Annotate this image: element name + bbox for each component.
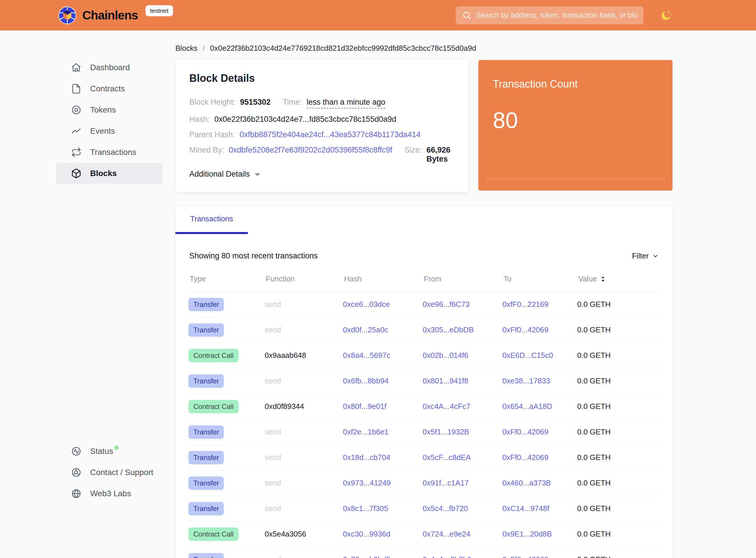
support-icon (71, 467, 81, 478)
from-link[interactable]: 0x724...e9e24 (423, 530, 502, 538)
sidebar-item-web3-labs[interactable]: Web3 Labs (56, 483, 162, 504)
col-header-to: To (503, 274, 578, 283)
function-cell: send (265, 300, 343, 309)
type-badge: Contract Call (188, 349, 239, 362)
hash-link[interactable]: 0xf2e...1b6e1 (343, 428, 423, 436)
sidebar-item-dashboard[interactable]: Dashboard (56, 57, 162, 78)
search-input[interactable] (456, 6, 644, 24)
hash-label: Hash: (189, 115, 210, 124)
from-link[interactable]: 0x5c4...fb720 (423, 504, 502, 513)
tab-transactions[interactable]: Transactions (175, 214, 248, 234)
filter-button[interactable]: Filter (632, 251, 659, 260)
to-link[interactable]: 0xFf0...42069 (502, 453, 577, 462)
from-link[interactable]: 0x5cF...c8dEA (423, 453, 502, 462)
from-link[interactable]: 0x305...eDbDB (423, 325, 502, 334)
function-cell: 0xd0f89344 (265, 402, 343, 411)
to-link[interactable]: 0xC14...9748f (502, 504, 577, 513)
function-cell: send (265, 453, 343, 462)
app-header: Chainlens testnet (0, 0, 756, 30)
breadcrumb: Blocks / 0x0e22f36b2103c4d24e7769218cd82… (175, 44, 673, 53)
table-row: Transfer send 0x8c1...7f305 0x5c4...fb72… (188, 496, 659, 522)
to-link[interactable]: 0x654...aA18D (502, 402, 577, 411)
brand[interactable]: Chainlens testnet (58, 6, 173, 25)
col-header-function: Function (266, 274, 344, 283)
function-cell: send (265, 428, 343, 436)
value-cell: 0.0 GETH (577, 300, 659, 309)
additional-details-toggle[interactable]: Additional Details (189, 170, 261, 179)
to-link[interactable]: 0x460...a373B (502, 479, 577, 487)
hash-link[interactable]: 0xce6...03dce (343, 300, 423, 309)
sidebar-item-contracts[interactable]: Contracts (56, 78, 162, 99)
function-cell: send (265, 479, 343, 487)
to-link[interactable]: 0xFf0...42069 (502, 428, 577, 436)
sidebar-item-transactions[interactable]: Transactions (56, 142, 162, 163)
breadcrumb-separator: / (203, 44, 205, 53)
function-cell: send (265, 555, 343, 558)
status-ok-dot (114, 446, 119, 450)
block-height-value: 9515302 (240, 98, 270, 107)
type-badge: Contract Call (188, 528, 239, 541)
function-cell: 0x9aaab648 (265, 351, 343, 360)
dark-mode-toggle[interactable] (660, 9, 673, 22)
hash-link[interactable]: 0x8c1...7f305 (343, 504, 423, 513)
to-link[interactable]: 0xfF0...22169 (502, 300, 577, 309)
from-link[interactable]: 0x91f...c1A17 (423, 479, 502, 487)
chainlens-logo-icon (58, 6, 77, 25)
value-cell: 0.0 GETH (577, 479, 659, 487)
function-cell: send (265, 325, 343, 334)
tx-table-body: Transfer send 0xce6...03dce 0xe96...f6C7… (188, 292, 659, 558)
time-label: Time: (283, 98, 302, 107)
value-cell: 0.0 GETH (577, 428, 659, 436)
from-link[interactable]: 0x02b...014f6 (423, 351, 502, 360)
chevron-down-icon (652, 253, 659, 259)
brand-name: Chainlens (82, 8, 138, 22)
to-link[interactable]: 0xFf0...42069 (502, 555, 577, 558)
hash-link[interactable]: 0xc30...9936d (343, 530, 423, 538)
sidebar-footer: Status Contact / Support (56, 440, 162, 504)
globe-icon (71, 488, 81, 499)
moon-icon (660, 18, 673, 23)
sidebar-item-contact-support[interactable]: Contact / Support (56, 462, 162, 483)
activity-icon (71, 446, 81, 456)
mined-by-link[interactable]: 0xdbfe5208e2f7e63f9202c2d05396f55f8c8ffc… (229, 146, 392, 155)
breadcrumb-blocks-link[interactable]: Blocks (175, 44, 198, 53)
function-cell: 0x5e4a3056 (265, 530, 343, 538)
table-row: Transfer send 0x18d...cb704 0x5cF...c8dE… (188, 445, 659, 471)
from-link[interactable]: 0xe96...f6C73 (423, 300, 502, 309)
document-icon (71, 83, 81, 94)
hash-link[interactable]: 0x8a4...5697c (343, 351, 423, 360)
hash-link[interactable]: 0x18d...cb704 (343, 453, 423, 462)
sidebar-item-tokens[interactable]: Tokens (56, 99, 162, 120)
from-link[interactable]: 0x5f1...1932B (423, 428, 502, 436)
hash-link[interactable]: 0x72c...b2bd5 (343, 555, 423, 558)
sidebar-item-status[interactable]: Status (56, 440, 162, 462)
parent-hash-link[interactable]: 0xfbb8875f2e404ae24cf...43ea5377c84b1173… (240, 130, 421, 139)
value-cell: 0.0 GETH (577, 453, 659, 462)
hash-link[interactable]: 0xd0f...25a0c (343, 325, 423, 334)
sidebar-item-events[interactable]: Events (56, 120, 162, 142)
table-row: Transfer send 0x973...41249 0x91f...c1A1… (188, 471, 659, 496)
to-link[interactable]: 0xE6D...C15c0 (502, 351, 577, 360)
transactions-panel: Transactions Showing 80 most recent tran… (175, 206, 673, 558)
hash-link[interactable]: 0x6fb...8bb94 (343, 376, 423, 385)
sidebar-item-blocks[interactable]: Blocks (56, 163, 162, 184)
search-bar (456, 6, 644, 24)
hash-link[interactable]: 0x973...41249 (343, 479, 423, 487)
type-badge: Transfer (188, 553, 224, 558)
from-link[interactable]: 0x801...941f8 (423, 376, 502, 385)
type-badge: Transfer (188, 426, 224, 439)
col-header-value: Value (578, 274, 597, 283)
table-row: Transfer send 0xd0f...25a0c 0x305...eDbD… (188, 317, 659, 343)
to-link[interactable]: 0xFf0...42069 (502, 325, 577, 334)
block-details-title: Block Details (189, 72, 454, 84)
hash-link[interactable]: 0x80f...9e01f (343, 402, 423, 411)
from-link[interactable]: 0x4eA...2b7b6 (423, 555, 502, 558)
table-row: Contract Call 0x9aaab648 0x8a4...5697c 0… (188, 343, 659, 368)
hash-value: 0x0e22f36b2103c4d24e7...fd85c3cbcc78c155… (214, 115, 396, 124)
mined-by-label: Mined By: (189, 146, 224, 155)
to-link[interactable]: 0x9E1...20d8B (502, 530, 577, 538)
table-row: Transfer send 0x6fb...8bb94 0x801...941f… (188, 368, 659, 394)
to-link[interactable]: 0xe38...17833 (502, 376, 577, 385)
from-link[interactable]: 0xc4A...4cFc7 (423, 402, 502, 411)
sort-icon[interactable] (600, 276, 606, 282)
